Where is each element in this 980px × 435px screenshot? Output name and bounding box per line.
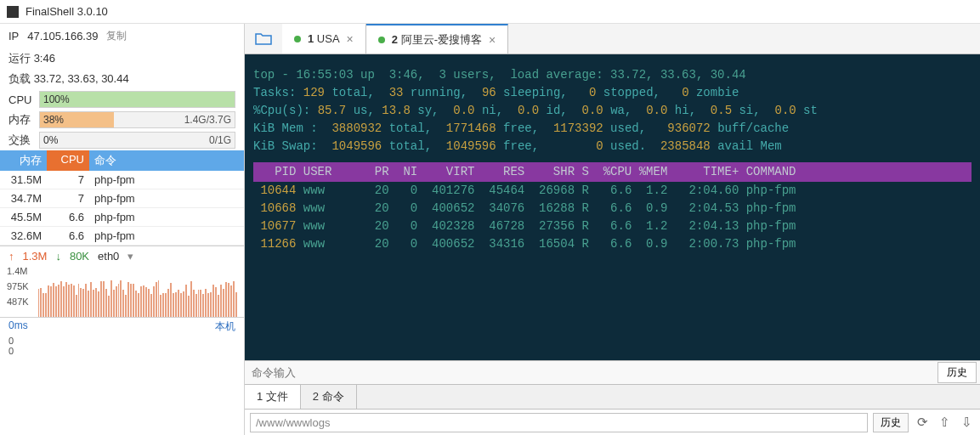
latency-zero: 0 xyxy=(0,346,244,356)
iface-name: eth0 xyxy=(98,250,119,263)
network-chart: 1.4M 975K 487K xyxy=(3,266,241,317)
path-input[interactable] xyxy=(250,413,868,432)
process-row: 10644 www 20 0 401276 45464 26968 R 6.6 … xyxy=(253,182,972,200)
ip-value: 47.105.166.39 xyxy=(27,30,98,42)
upload-value: 1.3M xyxy=(23,250,48,263)
close-icon[interactable]: × xyxy=(489,33,496,47)
load-value: 33.72, 33.63, 30.44 xyxy=(34,72,129,85)
close-icon[interactable]: × xyxy=(347,32,354,46)
table-row[interactable]: 45.5M6.6php-fpm xyxy=(0,208,244,227)
swap-percent: 0% xyxy=(43,134,58,146)
path-history-button[interactable]: 历史 xyxy=(873,413,909,432)
swap-label: 交换 xyxy=(8,133,34,148)
table-row[interactable]: 34.7M7php-fpm xyxy=(0,189,244,208)
network-row: ↑1.3M ↓80K eth0 ▾ xyxy=(0,246,244,266)
process-header-row: PID USER PR NI VIRT RES SHR S %CPU %MEM … xyxy=(253,162,972,182)
tab-aliyun[interactable]: 2 阿里云-爱搜博客 × xyxy=(366,24,508,54)
swap-line: KiB Swap: 1049596 total, 1049596 free, 0… xyxy=(253,138,972,155)
command-input[interactable] xyxy=(245,363,938,382)
tab-commands[interactable]: 2 命令 xyxy=(301,385,357,409)
cpu-bar: 100% xyxy=(39,91,235,108)
table-row[interactable]: 32.6M6.6php-fpm xyxy=(0,227,244,246)
download-value: 80K xyxy=(70,250,89,263)
refresh-icon[interactable]: ⟳ xyxy=(914,414,931,431)
cpu-label: CPU xyxy=(8,93,34,106)
chevron-down-icon[interactable]: ▾ xyxy=(127,250,133,263)
process-header: 内存 CPU 命令 xyxy=(0,150,244,171)
latency-zero: 0 xyxy=(0,336,244,346)
table-row[interactable]: 31.5M7php-fpm xyxy=(0,171,244,189)
cpu-line: %Cpu(s): 85.7 us, 13.8 sy, 0.0 ni, 0.0 i… xyxy=(253,102,972,120)
status-dot-icon xyxy=(294,36,301,42)
tab-usa[interactable]: 1 USA × xyxy=(282,24,366,54)
col-cmd[interactable]: 命令 xyxy=(89,150,244,171)
mem-label: 内存 xyxy=(8,112,34,127)
local-label[interactable]: 本机 xyxy=(215,319,235,334)
load-label: 负载 xyxy=(8,72,31,85)
mem-percent: 38% xyxy=(43,114,64,126)
process-row: 11266 www 20 0 400652 34316 16504 R 6.6 … xyxy=(253,235,972,253)
sidebar: IP 47.105.166.39 复制 运行 3:46 负载 33.72, 33… xyxy=(0,24,245,435)
history-button[interactable]: 历史 xyxy=(938,362,977,383)
uptime-value: 3:46 xyxy=(34,52,55,65)
terminal[interactable]: top - 16:55:03 up 3:46, 3 users, load av… xyxy=(245,54,980,360)
mem-value: 1.4G/3.7G xyxy=(184,114,231,126)
process-list: 31.5M7php-fpm34.7M7php-fpm45.5M6.6php-fp… xyxy=(0,171,244,246)
mem-line: KiB Mem : 3880932 total, 1771468 free, 1… xyxy=(253,120,972,138)
latency-value: 0ms xyxy=(8,319,28,334)
upload-icon[interactable]: ⇧ xyxy=(936,414,953,431)
download-icon[interactable]: ⇩ xyxy=(958,414,975,431)
app-logo-icon xyxy=(7,6,19,18)
folder-icon[interactable] xyxy=(245,24,282,54)
arrow-up-icon: ↑ xyxy=(8,250,14,263)
tab-files[interactable]: 1 文件 xyxy=(245,385,301,409)
arrow-down-icon: ↓ xyxy=(55,250,61,263)
cpu-percent: 100% xyxy=(43,93,70,105)
process-row: 10677 www 20 0 402328 46728 27356 R 6.6 … xyxy=(253,218,972,235)
swap-bar: 0% 0/1G xyxy=(39,132,235,149)
tab-bar: 1 USA × 2 阿里云-爱搜博客 × xyxy=(245,24,980,54)
uptime-label: 运行 xyxy=(8,52,31,65)
app-title: FinalShell 3.0.10 xyxy=(25,5,108,18)
copy-button[interactable]: 复制 xyxy=(106,29,127,43)
status-dot-icon xyxy=(378,37,385,43)
top-line: top - 16:55:03 up 3:46, 3 users, load av… xyxy=(253,66,972,84)
titlebar: FinalShell 3.0.10 xyxy=(0,0,980,24)
bottom-tabs: 1 文件 2 命令 xyxy=(245,384,980,410)
tasks-line: Tasks: 129 total, 33 running, 96 sleepin… xyxy=(253,84,972,102)
col-cpu[interactable]: CPU xyxy=(47,150,89,171)
mem-bar: 38% 1.4G/3.7G xyxy=(39,111,235,128)
swap-value: 0/1G xyxy=(209,134,231,146)
ip-label: IP xyxy=(8,30,19,42)
process-row: 10668 www 20 0 400652 34076 16288 R 6.6 … xyxy=(253,200,972,218)
col-mem[interactable]: 内存 xyxy=(0,150,47,171)
